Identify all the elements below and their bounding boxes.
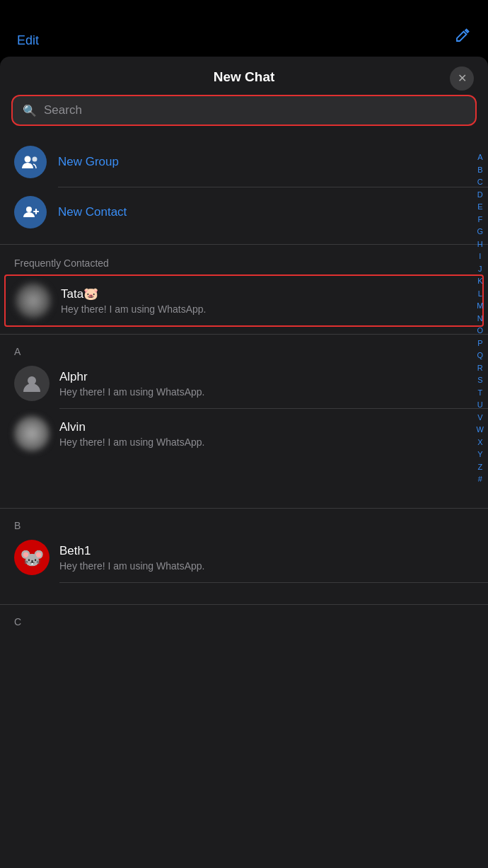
header-title: New Chat xyxy=(214,69,275,85)
new-contact-item[interactable]: New Contact xyxy=(0,187,488,237)
section-divider-b xyxy=(0,508,488,509)
search-bar-wrapper: 🔍 Search xyxy=(0,95,488,137)
alpha-letter-w[interactable]: W xyxy=(477,424,484,436)
new-contact-icon xyxy=(14,196,47,228)
alpha-letter-e[interactable]: E xyxy=(477,201,482,213)
new-contact-label: New Contact xyxy=(58,205,127,219)
alphr-name: Alphr xyxy=(59,370,474,384)
alpha-letter-h[interactable]: H xyxy=(477,238,483,250)
alpha-letter-n[interactable]: N xyxy=(477,313,483,325)
search-bar[interactable]: 🔍 Search xyxy=(11,95,477,126)
tata-name: Tata🐷 xyxy=(61,287,472,301)
new-group-item[interactable]: New Group xyxy=(0,137,488,187)
alpha-letter-s[interactable]: S xyxy=(477,374,482,386)
alpha-letter-p[interactable]: P xyxy=(477,337,482,349)
contact-beth1[interactable]: 🐭 Beth1 Hey there! I am using WhatsApp. xyxy=(0,533,488,582)
frequently-contacted-header: Frequently Contacted xyxy=(0,252,488,274)
alpha-letter-q[interactable]: Q xyxy=(477,349,484,361)
contact-tata[interactable]: Tata🐷 Hey there! I am using WhatsApp. xyxy=(4,274,484,327)
svg-point-1 xyxy=(33,157,37,162)
alpha-letter-a[interactable]: A xyxy=(477,151,482,163)
compose-icon[interactable] xyxy=(454,27,471,48)
search-placeholder: Search xyxy=(44,103,82,117)
section-divider-1 xyxy=(0,244,488,245)
alpha-letter-t[interactable]: T xyxy=(477,387,482,399)
new-group-icon xyxy=(14,146,47,178)
alpha-letter-d[interactable]: D xyxy=(477,189,483,201)
beth1-status: Hey there! I am using WhatsApp. xyxy=(59,560,474,572)
alpha-letter-u[interactable]: U xyxy=(477,399,483,411)
alvin-name: Alvin xyxy=(59,420,474,434)
contact-alphr[interactable]: Alphr Hey there! I am using WhatsApp. xyxy=(0,359,488,408)
alphr-status: Hey there! I am using WhatsApp. xyxy=(59,386,474,398)
alpha-letter-j[interactable]: J xyxy=(478,263,482,275)
alvin-info: Alvin Hey there! I am using WhatsApp. xyxy=(59,420,474,448)
contact-alvin[interactable]: Alvin Hey there! I am using WhatsApp. xyxy=(0,409,488,458)
beth1-name: Beth1 xyxy=(59,544,474,558)
group-letter-c: C xyxy=(0,612,488,629)
avatar-alphr xyxy=(14,366,50,401)
alpha-letter-k[interactable]: K xyxy=(477,275,482,287)
alpha-letter-g[interactable]: G xyxy=(477,226,484,238)
group-letter-b: B xyxy=(0,516,488,533)
avatar-beth1: 🐭 xyxy=(14,540,50,575)
alpha-letter-v[interactable]: V xyxy=(477,412,482,424)
spacer-b xyxy=(0,583,488,597)
alpha-letter-o[interactable]: O xyxy=(477,325,484,337)
alpha-index: ABCDEFGHIJKLMNOPQRSTUVWXYZ# xyxy=(472,149,488,488)
close-button[interactable]: ✕ xyxy=(450,66,474,91)
alpha-letter-c[interactable]: C xyxy=(477,176,483,188)
alpha-letter-z[interactable]: Z xyxy=(477,461,482,473)
alpha-letter-b[interactable]: B xyxy=(477,164,482,176)
section-divider-2 xyxy=(0,334,488,335)
action-items: New Group New Contact xyxy=(0,137,488,245)
section-divider-c xyxy=(0,604,488,605)
alvin-status: Hey there! I am using WhatsApp. xyxy=(59,436,474,448)
close-icon: ✕ xyxy=(458,73,467,84)
alpha-letter-x[interactable]: X xyxy=(477,436,482,449)
svg-point-2 xyxy=(26,207,32,212)
edit-button[interactable]: Edit xyxy=(17,33,39,48)
alpha-letter-i[interactable]: I xyxy=(479,250,481,262)
alpha-letter-f[interactable]: F xyxy=(477,214,482,226)
spacer-a xyxy=(0,458,488,501)
alpha-letter-l[interactable]: L xyxy=(478,288,482,300)
top-bar: Edit xyxy=(0,0,488,57)
beth1-info: Beth1 Hey there! I am using WhatsApp. xyxy=(59,544,474,572)
alpha-letter-y[interactable]: Y xyxy=(477,449,482,461)
new-group-label: New Group xyxy=(58,155,119,169)
alphr-info: Alphr Hey there! I am using WhatsApp. xyxy=(59,370,474,398)
avatar-alvin xyxy=(14,416,50,451)
svg-point-0 xyxy=(25,156,31,163)
tata-status: Hey there! I am using WhatsApp. xyxy=(61,303,472,315)
alpha-letter-m[interactable]: M xyxy=(477,300,483,312)
new-chat-header: New Chat ✕ xyxy=(0,57,488,95)
alpha-letter-r[interactable]: R xyxy=(477,362,483,374)
avatar-tata xyxy=(16,283,51,318)
main-panel: New Chat ✕ 🔍 Search New Group xyxy=(0,57,488,868)
group-letter-a: A xyxy=(0,342,488,359)
tata-info: Tata🐷 Hey there! I am using WhatsApp. xyxy=(61,287,472,315)
search-icon: 🔍 xyxy=(23,104,37,117)
alpha-letter-#[interactable]: # xyxy=(478,473,482,485)
